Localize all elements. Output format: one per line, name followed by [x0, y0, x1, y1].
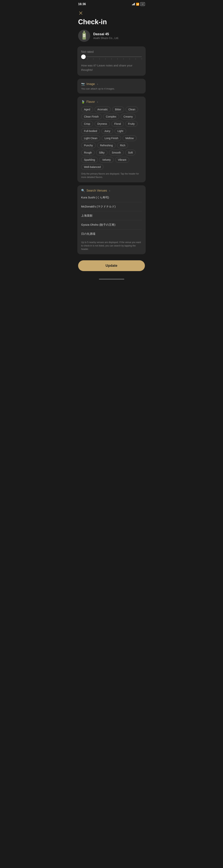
flavor-chevron-icon: ›: [97, 100, 98, 103]
flavor-tag[interactable]: Aged: [81, 106, 93, 112]
list-item[interactable]: McDonald's (マクドナルド): [81, 202, 142, 211]
product-info: Dassai 45 Asahi Shuzo Co., Ltd.: [93, 32, 119, 39]
product-row: 獺祭 Dassai 45 Asahi Shuzo Co., Ltd.: [74, 30, 149, 46]
product-name: Dassai 45: [93, 32, 119, 36]
signal-icon: [132, 3, 135, 5]
venues-section-header[interactable]: 🔍 Search Venues ›: [81, 189, 142, 192]
venue-list: Kura Sushi (くら寿司)McDonald's (マクドナルド)上海菜館…: [81, 193, 142, 238]
wifi-icon: 📶: [136, 3, 139, 6]
update-button-wrap: Update: [74, 257, 149, 277]
flavor-tag[interactable]: Bitter: [112, 106, 124, 112]
flavor-tag[interactable]: Floral: [112, 121, 124, 127]
svg-text:獺祭: 獺祭: [83, 35, 85, 36]
flavor-tag[interactable]: Refreshing: [97, 143, 116, 148]
image-section-header[interactable]: 📷 Image ›: [81, 82, 142, 86]
flavor-tag[interactable]: Mellow: [123, 135, 136, 141]
slider-ticks: [81, 58, 142, 60]
flavor-tag[interactable]: Dryness: [95, 121, 110, 127]
flavor-section-header[interactable]: 🍃 Flavor ›: [81, 100, 142, 103]
bottle-icon: 獺祭: [82, 31, 87, 41]
image-chevron-icon: ›: [97, 83, 98, 86]
rating-note: How was it? Leave notes and share your t…: [81, 63, 142, 72]
flavor-tag[interactable]: Juicy: [101, 128, 113, 134]
flavor-tag[interactable]: Punchy: [81, 143, 96, 148]
flavor-icon: 🍃: [81, 100, 85, 103]
image-section-title: Image: [87, 82, 95, 86]
flavor-tag[interactable]: Vibrant: [115, 157, 129, 163]
flavor-section: 🍃 Flavor › AgedAromaticBitterCleanClean …: [77, 97, 146, 182]
flavor-tag[interactable]: Crisp: [81, 121, 93, 127]
rating-card: Not rated How was it? Leave notes and sh…: [77, 46, 146, 76]
flavor-tag[interactable]: Smooth: [109, 150, 124, 155]
flavor-tag[interactable]: Aromatic: [95, 106, 110, 112]
list-item[interactable]: Kura Sushi (くら寿司): [81, 193, 142, 202]
venues-section: 🔍 Search Venues › Kura Sushi (くら寿司)McDon…: [77, 185, 146, 254]
rating-label: Not rated: [81, 50, 142, 54]
flavor-tag[interactable]: Full-bodied: [81, 128, 100, 134]
close-icon: [79, 11, 83, 15]
status-icons: 📶 32: [132, 2, 145, 6]
close-button-wrap[interactable]: [74, 7, 149, 17]
status-bar: 16:36 📶 32: [74, 0, 149, 7]
image-section[interactable]: 📷 Image › You can attach up to 4 images.: [77, 79, 146, 94]
svg-rect-2: [84, 31, 85, 32]
list-item[interactable]: 上海菜館: [81, 211, 142, 220]
list-item[interactable]: Gyoza Ohsho (餃子の王将): [81, 220, 142, 229]
venues-note: Up to 5 nearby venues are displayed. If …: [81, 241, 142, 251]
flavor-tag[interactable]: Light Clean: [81, 135, 100, 141]
flavor-tag[interactable]: Complex: [103, 114, 119, 120]
flavor-tag[interactable]: Soft: [125, 150, 136, 155]
flavor-tag[interactable]: Fruity: [125, 121, 137, 127]
slider-track: [81, 57, 142, 57]
search-icon: 🔍: [81, 189, 85, 192]
flavor-note: Only the primary flavors are displayed. …: [81, 172, 142, 179]
page-title: Check-in: [74, 17, 149, 30]
list-item[interactable]: 日の丸酒場: [81, 229, 142, 238]
flavor-tag[interactable]: Silky: [96, 150, 107, 155]
flavor-section-title: Flavor: [87, 100, 95, 103]
home-indicator: [99, 279, 124, 280]
flavor-tag[interactable]: Clean Finish: [81, 114, 102, 120]
battery-display: 32: [140, 2, 145, 6]
venues-chevron-icon: ›: [109, 189, 110, 192]
flavor-tag[interactable]: Creamy: [121, 114, 136, 120]
flavor-tag[interactable]: Rough: [81, 150, 95, 155]
camera-icon: 📷: [81, 82, 85, 86]
flavor-tag[interactable]: Velvety: [99, 157, 114, 163]
product-image: 獺祭: [78, 30, 90, 42]
flavor-tag[interactable]: Rich: [117, 143, 128, 148]
rating-slider[interactable]: [81, 57, 142, 60]
flavor-tag[interactable]: Light: [115, 128, 126, 134]
product-brewery: Asahi Shuzo Co., Ltd.: [93, 36, 119, 39]
flavor-tag[interactable]: Clean: [126, 106, 138, 112]
venues-section-title: Search Venues: [87, 189, 107, 192]
flavor-tag[interactable]: Sparkling: [81, 157, 98, 163]
flavor-tag[interactable]: Well-balanced: [81, 164, 103, 170]
slider-thumb[interactable]: [81, 55, 86, 59]
status-time: 16:36: [78, 2, 86, 6]
close-button[interactable]: [78, 10, 84, 16]
flavor-tag[interactable]: Long Finish: [102, 135, 121, 141]
update-button[interactable]: Update: [78, 260, 145, 271]
image-subtext: You can attach up to 4 images.: [81, 87, 142, 90]
flavor-tags-container: AgedAromaticBitterCleanClean FinishCompl…: [81, 106, 142, 170]
